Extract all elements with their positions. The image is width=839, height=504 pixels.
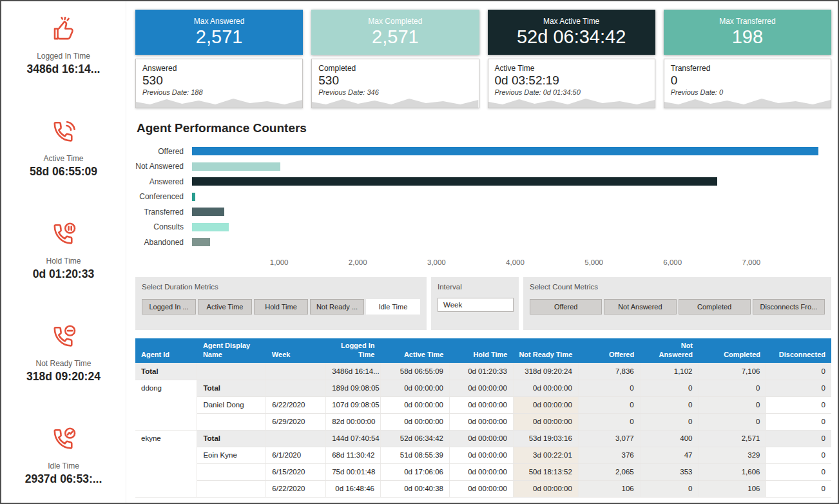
value-cell: 0 [766, 413, 831, 430]
column-header-week[interactable]: Week [266, 338, 326, 363]
value-cell: 0 [578, 413, 640, 430]
kpi-card-header: Max Active Time52d 06:34:42 [488, 10, 655, 55]
kpi-max-label: Max Transferred [664, 17, 831, 26]
count-chip-not-answered[interactable]: Not Answered [604, 299, 676, 315]
count-chips: OfferedNot AnsweredCompletedDisconnects … [530, 299, 825, 315]
value-cell: 52d 06:34:42 [381, 430, 450, 447]
value-cell: 3d 00:22:01 [513, 447, 578, 463]
kpi-detail-label: Answered [142, 64, 296, 73]
column-header-not-answered[interactable]: Not Answered [640, 338, 699, 363]
chart-row-offered: Offered [135, 144, 831, 159]
bar-transferred[interactable] [192, 208, 224, 216]
bar-abandoned[interactable] [192, 238, 210, 246]
week-cell [266, 363, 326, 380]
bar-answered[interactable] [192, 177, 717, 186]
value-cell: 0d 00:00:00 [449, 380, 513, 396]
phone-not-ready-icon [50, 324, 77, 351]
kpi-value: 3486d 16:14... [1, 63, 126, 76]
kpi-sidebar: Logged In Time3486d 16:14...Active Time5… [1, 1, 126, 503]
value-cell: 0 [766, 447, 831, 463]
kpi-max-label: Max Active Time [488, 17, 655, 26]
chart-track [192, 238, 831, 246]
kpi-max-label: Max Completed [311, 17, 479, 26]
interval-label: Interval [438, 283, 512, 291]
table-container: Agent IdAgent Display NameWeekLogged In … [135, 338, 831, 498]
week-cell: 6/22/2020 [266, 480, 326, 497]
main-content: Max Answered2,571Answered530Previous Dat… [126, 1, 838, 503]
chart-row-transferred: Transferred [135, 204, 831, 220]
display-name-cell [197, 363, 266, 380]
value-cell: 58d 06:55:09 [381, 363, 450, 380]
kpi-card-detail: Transferred0Previous Date: 0 [664, 59, 831, 108]
kpi-value: 2937d 06:53:... [1, 472, 126, 486]
phone-active-icon [50, 119, 77, 146]
value-cell: 0d 00:00:00 [513, 380, 578, 396]
axis-tick-label: 2,000 [349, 258, 367, 266]
value-cell: 53d 19:03:16 [513, 430, 578, 447]
kpi-detail-label: Transferred [671, 64, 824, 73]
duration-chip-idle-time[interactable]: Idle Time [366, 299, 420, 315]
column-header-not-ready-time[interactable]: Not Ready Time [513, 338, 578, 363]
axis-tick-label: 4,000 [506, 258, 525, 266]
duration-chip-not-ready[interactable]: Not Ready ... [310, 299, 364, 315]
kpi-card-answered: Max Answered2,571Answered530Previous Dat… [135, 10, 303, 108]
value-cell: 107d 09:08:05 [326, 396, 381, 413]
bar-consults[interactable] [192, 223, 229, 231]
value-cell: 0d 16:48:46 [326, 480, 381, 497]
column-header-agent-id[interactable]: Agent Id [135, 338, 197, 363]
value-cell: 189d 09:08:05 [326, 380, 381, 396]
value-cell: 0 [640, 380, 699, 396]
chart-row-not-answered: Not Answered [135, 159, 831, 175]
value-cell: 3486d 16:14... [326, 363, 381, 380]
value-cell: 1,102 [640, 363, 699, 380]
filter-row: Select Duration Metrics Logged In ...Act… [135, 277, 831, 330]
bar-not-answered[interactable] [192, 162, 280, 171]
value-cell: 7,106 [699, 363, 766, 380]
value-cell: 0d 00:00:00 [513, 413, 578, 430]
agent-performance-table: Agent IdAgent Display NameWeekLogged In … [135, 338, 831, 498]
table-row: Eoin Kyne6/1/202068d 11:30:4251d 08:55:3… [135, 447, 831, 463]
value-cell: 0d 00:40:38 [381, 480, 450, 497]
count-chip-offered[interactable]: Offered [530, 299, 602, 315]
count-chip-disconnects-fro[interactable]: Disconnects Fro... [753, 299, 825, 315]
column-header-hold-time[interactable]: Hold Time [449, 338, 513, 363]
phone-idle-icon [50, 427, 77, 454]
column-header-agent-display-name[interactable]: Agent Display Name [197, 338, 266, 363]
column-header-disconnected[interactable]: Disconnected [766, 338, 831, 363]
display-name-cell: Eoin Kyne [197, 447, 266, 463]
count-chip-completed[interactable]: Completed [679, 299, 751, 315]
table-row: Daniel Dong6/22/2020107d 09:08:050d 00:0… [135, 396, 831, 413]
kpi-card-header: Max Answered2,571 [135, 10, 303, 55]
column-header-offered[interactable]: Offered [578, 338, 640, 363]
duration-chip-logged-in[interactable]: Logged In ... [142, 299, 196, 315]
week-cell: 6/22/2020 [266, 396, 326, 413]
duration-metrics-label: Select Duration Metrics [142, 283, 420, 291]
chart-row-consults: Consults [135, 220, 831, 235]
kpi-card-detail: Completed530Previous Date: 346 [311, 59, 479, 108]
duration-chip-hold-time[interactable]: Hold Time [254, 299, 308, 315]
value-cell: 0 [699, 380, 766, 396]
duration-chip-active-time[interactable]: Active Time [198, 299, 252, 315]
value-cell: 0 [640, 480, 699, 497]
value-cell: 318d 09:20:24 [513, 363, 578, 380]
table-row: ekyneTotal144d 07:40:5452d 06:34:420d 00… [135, 430, 831, 447]
chart-track [192, 177, 831, 186]
chart-row-conferenced: Conferenced [135, 189, 831, 205]
kpi-label: Idle Time [1, 461, 126, 470]
kpi-active-time: Active Time58d 06:55:09 [1, 119, 126, 222]
column-header-logged-in-time[interactable]: Logged In Time [326, 338, 381, 363]
value-cell: 0 [766, 463, 831, 480]
bar-offered[interactable] [192, 147, 818, 155]
kpi-card-detail: Answered530Previous Date: 188 [135, 59, 303, 108]
axis-tick-label: 7,000 [742, 258, 760, 266]
week-cell [266, 430, 326, 447]
chart-row-abandoned: Abandoned [135, 235, 831, 250]
value-cell: 0 [766, 380, 831, 396]
column-header-active-time[interactable]: Active Time [381, 338, 450, 363]
bar-conferenced[interactable] [192, 193, 195, 201]
interval-dropdown[interactable]: Week [438, 298, 514, 312]
value-cell: 0d 00:00:00 [449, 463, 513, 480]
column-header-completed[interactable]: Completed [699, 338, 766, 363]
display-name-cell: Total [197, 380, 266, 396]
sparkline [488, 95, 655, 108]
